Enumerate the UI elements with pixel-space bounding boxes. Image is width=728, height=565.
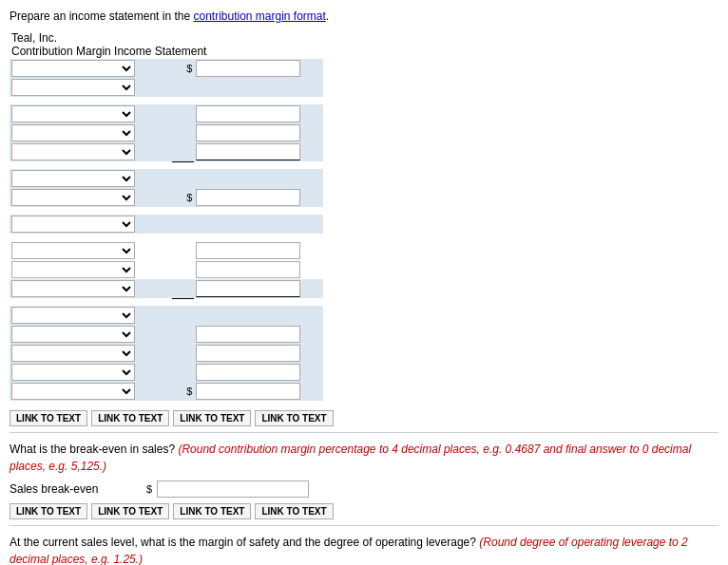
link-btn-1-2[interactable]: LINK TO TEXT <box>91 410 169 426</box>
input-6[interactable] <box>196 242 300 259</box>
link-btn-2-3[interactable]: LINK TO TEXT <box>173 503 251 519</box>
link-btn-2-2[interactable]: LINK TO TEXT <box>91 503 169 519</box>
dropdown-15[interactable] <box>11 364 135 381</box>
input-10[interactable] <box>196 345 300 362</box>
dropdown-1[interactable] <box>11 60 135 77</box>
input-5[interactable] <box>196 189 300 206</box>
table-title: Contribution Margin Income Statement <box>11 45 321 58</box>
table-row: $ <box>10 188 323 207</box>
input-3[interactable] <box>196 124 300 141</box>
link-btn-2-1[interactable]: LINK TO TEXT <box>10 503 87 519</box>
dropdown-2[interactable] <box>11 79 135 96</box>
input-7[interactable] <box>196 261 300 278</box>
margin-safety-question: At the current sales level, what is the … <box>10 534 718 565</box>
intro-text: Prepare an income statement in the contr… <box>10 9 718 23</box>
link-row-1: LINK TO TEXT LINK TO TEXT LINK TO TEXT L… <box>10 410 718 426</box>
break-even-label: Sales break-even <box>10 482 143 496</box>
input-9[interactable] <box>196 326 300 343</box>
break-even-input[interactable] <box>157 480 309 498</box>
dollar-sign: $ <box>172 188 195 207</box>
table-row <box>10 123 323 142</box>
table-row <box>10 142 323 161</box>
table-row <box>10 241 323 260</box>
table-row: $ <box>10 59 323 78</box>
table-row <box>10 169 323 188</box>
margin-safety-section: At the current sales level, what is the … <box>10 534 718 565</box>
link-btn-2-4[interactable]: LINK TO TEXT <box>255 503 333 519</box>
table-header: Teal, Inc. Contribution Margin Income St… <box>10 30 323 59</box>
link-btn-1-1[interactable]: LINK TO TEXT <box>10 410 87 426</box>
table-row <box>10 215 323 234</box>
table-row <box>10 97 323 104</box>
table-row <box>10 279 323 298</box>
table-row <box>10 363 323 382</box>
break-even-field-row: Sales break-even $ <box>10 480 718 498</box>
input-12[interactable] <box>196 383 300 400</box>
dropdown-13[interactable] <box>11 326 135 343</box>
input-2[interactable] <box>196 105 300 122</box>
link-btn-1-3[interactable]: LINK TO TEXT <box>173 410 251 426</box>
dropdown-10[interactable] <box>11 261 135 278</box>
table-row <box>10 207 323 215</box>
table-row <box>10 344 323 363</box>
table-row <box>10 298 323 306</box>
dropdown-4[interactable] <box>11 124 135 141</box>
link-row-2: LINK TO TEXT LINK TO TEXT LINK TO TEXT L… <box>10 503 718 519</box>
dropdown-6[interactable] <box>11 170 135 187</box>
section-divider-1 <box>10 432 718 433</box>
dropdown-3[interactable] <box>11 105 135 122</box>
break-even-section: What is the break-even in sales? (Round … <box>10 441 718 498</box>
income-statement-table: Teal, Inc. Contribution Margin Income St… <box>10 30 323 401</box>
table-row <box>10 104 323 123</box>
table-row <box>10 325 323 344</box>
table-row <box>10 306 323 325</box>
dropdown-8[interactable] <box>11 216 135 233</box>
section-divider-2 <box>10 525 718 526</box>
dollar-sign: $ <box>172 382 195 401</box>
input-1[interactable] <box>196 60 300 77</box>
link-btn-1-4[interactable]: LINK TO TEXT <box>255 410 333 426</box>
company-name: Teal, Inc. <box>11 31 321 45</box>
input-11[interactable] <box>196 364 300 381</box>
dropdown-11[interactable] <box>11 280 135 297</box>
break-even-dollar: $ <box>146 483 153 495</box>
dropdown-14[interactable] <box>11 345 135 362</box>
dropdown-16[interactable] <box>11 383 135 400</box>
dropdown-5[interactable] <box>11 143 135 160</box>
break-even-question: What is the break-even in sales? (Round … <box>10 441 718 475</box>
input-4[interactable] <box>196 143 300 160</box>
table-row <box>10 78 323 97</box>
dropdown-12[interactable] <box>11 307 135 324</box>
table-row: $ <box>10 382 323 401</box>
table-row <box>10 234 323 241</box>
dropdown-7[interactable] <box>11 189 135 206</box>
input-8[interactable] <box>196 280 300 297</box>
table-row <box>10 161 323 169</box>
intro-highlight: contribution margin format <box>193 9 325 23</box>
dropdown-9[interactable] <box>11 242 135 259</box>
dollar-sign: $ <box>172 59 195 78</box>
table-row <box>10 260 323 279</box>
